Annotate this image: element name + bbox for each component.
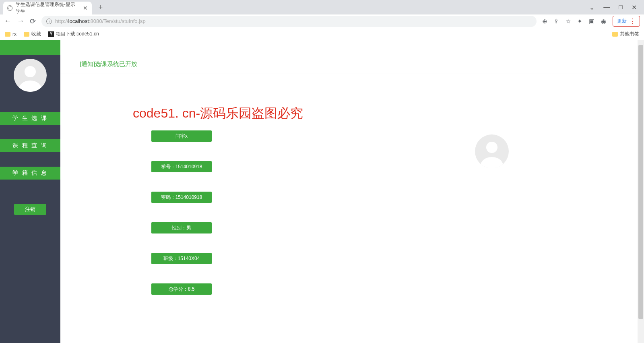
bookmark-other[interactable]: 其他书签 [612, 31, 639, 37]
logout-button[interactable]: 注销 [14, 204, 46, 215]
forward-button[interactable]: → [17, 17, 24, 25]
close-icon[interactable]: ✕ [632, 4, 637, 11]
folder-icon [24, 32, 29, 37]
update-button[interactable]: 更新 [613, 16, 640, 27]
student-id: 学号：1514010918 [151, 161, 212, 172]
sidebar: 学 生 选 课 课 程 查 询 学 籍 信 息 注销 [0, 40, 60, 343]
minimize-icon[interactable]: — [603, 4, 610, 11]
browser-tab[interactable]: 学生选课信息管理系统-显示学生 ✕ [3, 2, 92, 14]
student-class: 班级：15140X04 [151, 253, 212, 264]
search-icon[interactable]: ⊕ [542, 18, 547, 25]
back-button[interactable]: ← [4, 17, 11, 25]
reload-button[interactable]: ⟳ [30, 17, 36, 26]
maximize-icon[interactable]: □ [619, 4, 623, 11]
bookmark-rx[interactable]: rx [5, 31, 17, 37]
scrollbar-thumb[interactable] [638, 45, 643, 319]
content-avatar [475, 134, 509, 168]
main-content: [通知]选课系统已开放 闫宇x 学号：1514010918 密码：1514010… [60, 40, 638, 343]
scrollbar[interactable] [638, 40, 644, 343]
chevron-down-icon[interactable]: ⌄ [589, 4, 594, 11]
bookmarks-bar: rx 收藏 Y项目下载:code51.cn 其他书签 [0, 28, 644, 40]
tab-title: 学生选课信息管理系统-显示学生 [16, 1, 78, 15]
url-text: http://localhost:8080/Ten/stu/stuInfo.js… [55, 18, 146, 24]
folder-icon [5, 32, 10, 37]
toolbar-icons: ⊕ ⇪ ☆ ✦ ▣ ◉ 更新 [542, 16, 640, 27]
browser-tab-bar: 学生选课信息管理系统-显示学生 ✕ + ⌄ — □ ✕ [0, 0, 644, 14]
student-password: 密码：1514010918 [151, 192, 212, 203]
sidebar-item-student-info[interactable]: 学 籍 信 息 [0, 167, 60, 180]
share-icon[interactable]: ⇪ [554, 18, 559, 25]
notice-text: [通知]选课系统已开放 [80, 60, 137, 67]
student-gender: 性别：男 [151, 222, 212, 233]
browser-toolbar: ← → ⟳ i http://localhost:8080/Ten/stu/st… [0, 14, 644, 28]
panel-icon[interactable]: ▣ [589, 18, 594, 25]
site-info-icon[interactable]: i [46, 19, 52, 24]
y-icon: Y [48, 31, 54, 37]
folder-icon [612, 32, 618, 37]
new-tab-button[interactable]: + [95, 2, 106, 13]
sidebar-item-course-query[interactable]: 课 程 查 询 [0, 139, 60, 152]
profile-icon[interactable]: ◉ [601, 18, 606, 25]
sidebar-item-course-select[interactable]: 学 生 选 课 [0, 112, 60, 125]
student-credit: 总学分：8.5 [151, 283, 212, 295]
window-controls: ⌄ — □ ✕ [589, 4, 644, 11]
notice-bar: [通知]选课系统已开放 [60, 55, 638, 74]
tab-close-icon[interactable]: ✕ [83, 5, 88, 11]
star-icon[interactable]: ☆ [566, 18, 571, 25]
student-info-panel: 闫宇x 学号：1514010918 密码：1514010918 性别：男 班级：… [60, 74, 638, 295]
sidebar-avatar[interactable] [14, 59, 47, 92]
bookmark-download[interactable]: Y项目下载:code51.cn [48, 31, 99, 37]
student-name: 闫宇x [151, 130, 212, 142]
app-body: 学 生 选 课 课 程 查 询 学 籍 信 息 注销 [通知]选课系统已开放 闫… [0, 40, 644, 343]
address-bar[interactable]: i http://localhost:8080/Ten/stu/stuInfo.… [41, 16, 537, 27]
globe-icon [7, 5, 12, 11]
bookmark-fav[interactable]: 收藏 [24, 31, 41, 37]
extensions-icon[interactable]: ✦ [577, 18, 582, 25]
